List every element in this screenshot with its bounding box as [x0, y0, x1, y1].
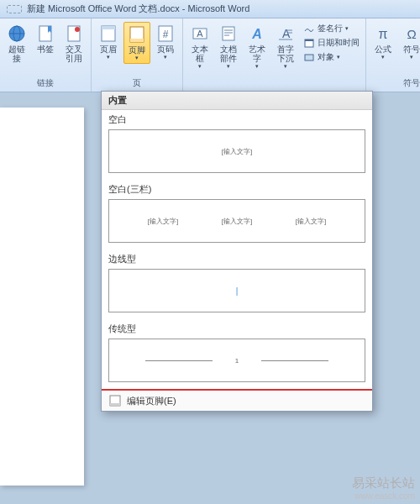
chevron-down-icon: ▾	[135, 55, 139, 61]
textbox-icon: A	[190, 24, 210, 44]
header-icon	[98, 24, 118, 44]
chevron-down-icon: ▾	[410, 54, 413, 60]
svg-rect-14	[223, 27, 234, 40]
chevron-down-icon: ▾	[107, 54, 110, 60]
footer-button[interactable]: 页脚 ▾	[123, 22, 150, 64]
ribbon-group-symbols: π 公式 ▾ Ω 符号 ▾ # 编号 符号	[366, 18, 420, 92]
svg-text:A: A	[282, 27, 291, 40]
datetime-button[interactable]: 日期和时间	[301, 36, 362, 50]
object-button[interactable]: 对象▾	[301, 50, 362, 64]
ribbon: 超链接 书签 交叉 引用 链接 页眉 ▾ 页脚 ▾	[0, 18, 420, 92]
chevron-down-icon: ▾	[255, 63, 259, 70]
bookmark-button[interactable]: 书签	[32, 22, 59, 55]
pagenumber-button[interactable]: # 页码 ▾	[152, 22, 179, 62]
svg-text:A: A	[251, 27, 262, 41]
dropdown-header: 内置	[102, 92, 372, 110]
svg-text:#: #	[163, 29, 169, 40]
titlebar: 新建 Microsoft Office Word 文档.docx - Micro…	[0, 0, 420, 18]
svg-rect-25	[305, 55, 313, 60]
watermark: 易采站长站 www.easck.com	[352, 475, 415, 501]
wordart-button[interactable]: A 艺术字 ▾	[244, 22, 270, 71]
qat-placeholder	[7, 5, 22, 13]
omega-icon: Ω	[402, 24, 420, 44]
gallery-item-blank[interactable]: 空白 [输入文字]	[102, 110, 372, 180]
wordart-icon: A	[247, 24, 267, 44]
signature-button[interactable]: 签名行▾	[301, 22, 362, 35]
textbox-button[interactable]: A 文本框 ▾	[186, 22, 213, 71]
footer-gallery-dropdown: 内置 空白 [输入文字] 空白(三栏) [输入文字] [输入文字] [输入文字]…	[101, 91, 373, 412]
chevron-down-icon: ▾	[284, 63, 287, 70]
svg-rect-31	[110, 403, 120, 406]
equation-button[interactable]: π 公式 ▾	[370, 22, 396, 62]
gallery-item-traditional[interactable]: 传统型 1	[102, 319, 372, 389]
group-label-links: 链接	[37, 76, 54, 90]
gallery-item-border[interactable]: 边线型 |	[102, 249, 372, 319]
signature-icon	[303, 23, 315, 34]
svg-rect-7	[102, 26, 115, 29]
chevron-down-icon: ▾	[164, 54, 167, 60]
bookmark-icon	[35, 24, 55, 44]
chevron-down-icon: ▾	[381, 54, 385, 60]
svg-text:A: A	[197, 29, 203, 39]
group-label-symbols: 符号	[403, 76, 420, 90]
pi-icon: π	[373, 24, 393, 44]
chevron-down-icon: ▾	[227, 63, 230, 70]
header-button[interactable]: 页眉 ▾	[95, 22, 122, 62]
object-icon	[303, 51, 315, 63]
dropcap-button[interactable]: A 首字下沉 ▾	[272, 22, 299, 71]
dropcap-icon: A	[276, 24, 296, 44]
edit-footer-menuitem[interactable]: 编辑页脚(E)	[102, 389, 372, 411]
hyperlink-button[interactable]: 超链接	[3, 22, 30, 65]
symbol-button[interactable]: Ω 符号 ▾	[398, 22, 420, 62]
parts-icon	[218, 24, 239, 44]
globe-icon	[7, 24, 27, 44]
svg-point-5	[75, 27, 80, 32]
svg-rect-9	[130, 39, 144, 42]
crossref-icon	[64, 24, 84, 44]
ribbon-group-headerfooter: 页眉 ▾ 页脚 ▾ # 页码 ▾ 页	[92, 18, 183, 92]
svg-text:Ω: Ω	[407, 27, 416, 41]
window-title: 新建 Microsoft Office Word 文档.docx - Micro…	[27, 3, 249, 15]
gallery-item-blank-3col[interactable]: 空白(三栏) [输入文字] [输入文字] [输入文字]	[102, 180, 372, 249]
crossref-button[interactable]: 交叉 引用	[60, 22, 87, 65]
svg-rect-24	[305, 39, 313, 41]
calendar-icon	[303, 37, 315, 49]
svg-text:π: π	[378, 27, 387, 41]
ribbon-group-links: 超链接 书签 交叉 引用 链接	[0, 18, 92, 92]
ribbon-group-text: A 文本框 ▾ 文档部件 ▾ A 艺术字 ▾ A 首字下沉 ▾ 签名行▾ 日期	[183, 18, 366, 92]
pagenumber-icon: #	[155, 24, 176, 44]
edit-footer-icon	[108, 394, 122, 407]
parts-button[interactable]: 文档部件 ▾	[215, 22, 242, 71]
page[interactable]	[0, 108, 84, 486]
footer-icon	[127, 24, 147, 45]
chevron-down-icon: ▾	[198, 63, 202, 70]
group-label-hf: 页	[133, 76, 141, 90]
